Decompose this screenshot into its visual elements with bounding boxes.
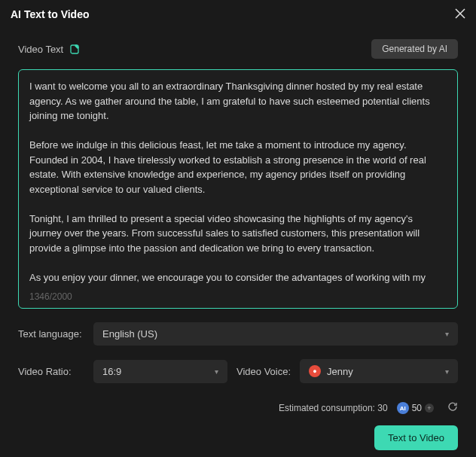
add-credits-button[interactable]: + <box>425 404 434 413</box>
text-language-label: Text language: <box>18 328 84 340</box>
chevron-down-icon: ▾ <box>445 367 449 376</box>
page-title: AI Text to Video <box>11 8 90 20</box>
generated-by-ai-badge[interactable]: Generated by AI <box>371 39 458 59</box>
edit-icon[interactable] <box>69 43 81 55</box>
ai-credits: AI 50 + <box>397 402 434 414</box>
close-button[interactable] <box>455 8 465 21</box>
chevron-down-icon: ▾ <box>215 367 218 376</box>
voice-avatar-icon: ● <box>309 365 321 377</box>
video-text-container: 1346/2000 <box>18 69 458 309</box>
video-voice-select[interactable]: ● Jenny ▾ <box>300 359 458 383</box>
video-ratio-select[interactable]: 16:9 ▾ <box>93 360 227 383</box>
close-icon <box>455 8 465 19</box>
refresh-button[interactable] <box>447 401 458 415</box>
character-count: 1346/2000 <box>29 291 72 302</box>
ai-badge-icon: AI <box>397 402 409 414</box>
text-language-select[interactable]: English (US) ▾ <box>93 322 458 346</box>
video-text-label: Video Text <box>18 43 81 55</box>
video-voice-label: Video Voice: <box>236 366 291 377</box>
consumption-label: Estimated consumption: 30 <box>279 403 388 413</box>
video-ratio-label: Video Ratio: <box>18 366 84 377</box>
video-text-input[interactable] <box>19 70 457 287</box>
chevron-down-icon: ▾ <box>445 330 449 338</box>
text-to-video-button[interactable]: Text to Video <box>374 425 458 450</box>
